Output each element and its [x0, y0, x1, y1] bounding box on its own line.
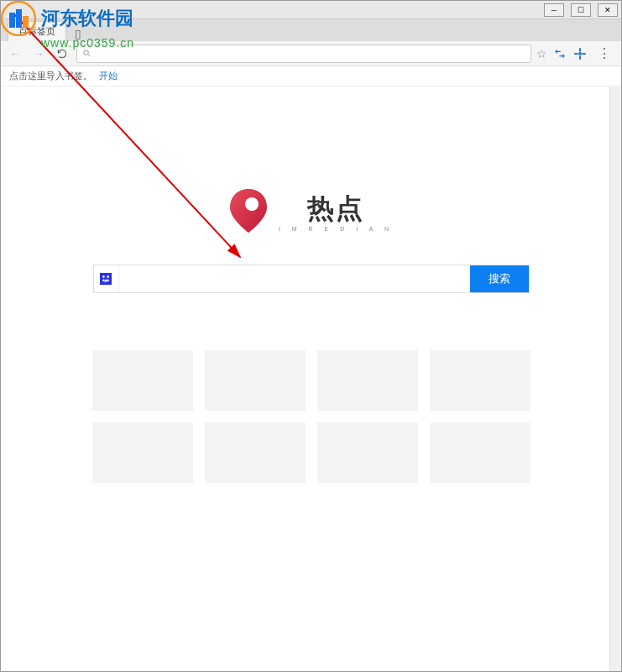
tile-2[interactable]: [205, 350, 306, 411]
extension-target-icon[interactable]: [572, 46, 588, 61]
search-container: 搜索: [93, 265, 530, 293]
search-input[interactable]: [119, 265, 470, 292]
reload-icon: [56, 48, 68, 60]
tab-bar: 百标签页 ▯: [1, 19, 621, 41]
svg-point-5: [102, 276, 105, 278]
tile-1[interactable]: [92, 350, 193, 411]
svg-point-2: [578, 52, 582, 55]
logo-subtitle: I M R E D I A N: [279, 226, 394, 232]
bookmark-bar: 点击这里导入书签。 开始: [1, 66, 621, 87]
search-button[interactable]: 搜索: [470, 265, 529, 292]
minimize-button[interactable]: ─: [544, 3, 564, 17]
tile-4[interactable]: [430, 350, 531, 411]
tab-active[interactable]: 百标签页: [8, 21, 66, 41]
tile-5[interactable]: [92, 423, 193, 483]
new-tab-button[interactable]: ▯: [70, 26, 86, 41]
back-button[interactable]: ←: [6, 45, 24, 63]
forward-button[interactable]: →: [29, 45, 48, 63]
import-bookmarks-link[interactable]: 开始: [99, 70, 118, 82]
url-input-container[interactable]: [76, 45, 531, 63]
tile-6[interactable]: [205, 423, 306, 483]
hotspot-logo-icon: [228, 187, 269, 234]
svg-line-1: [87, 55, 89, 56]
logo-area: 热点 I M R E D I A N: [1, 187, 621, 234]
baidu-icon: [100, 273, 112, 285]
reload-button[interactable]: [53, 45, 71, 63]
svg-point-8: [107, 279, 109, 281]
close-button[interactable]: ✕: [598, 3, 618, 17]
extension-shuffle-icon[interactable]: [552, 46, 567, 61]
import-bookmarks-hint: 点击这里导入书签。: [9, 70, 92, 82]
tile-3[interactable]: [317, 350, 418, 411]
search-engine-selector[interactable]: [94, 265, 119, 292]
svg-point-3: [245, 197, 259, 211]
svg-point-0: [83, 50, 88, 55]
page-content: 热点 I M R E D I A N 搜索: [1, 87, 621, 671]
bookmark-star-icon[interactable]: ☆: [536, 47, 547, 60]
search-icon: [81, 48, 92, 60]
maximize-button[interactable]: ☐: [571, 3, 591, 17]
logo-text: 热点: [307, 193, 364, 223]
tile-8[interactable]: [430, 423, 531, 483]
tile-7[interactable]: [317, 423, 418, 483]
speed-dial-tiles: [1, 350, 621, 483]
svg-point-6: [107, 276, 109, 278]
url-input[interactable]: [92, 48, 527, 60]
address-bar: ← → ☆ ⋮: [1, 41, 621, 66]
svg-point-7: [102, 279, 105, 281]
vertical-scrollbar[interactable]: [609, 87, 621, 671]
window-titlebar: ─ ☐ ✕: [1, 1, 621, 19]
search-row: 搜索: [1, 265, 621, 293]
menu-icon[interactable]: ⋮: [593, 45, 616, 61]
